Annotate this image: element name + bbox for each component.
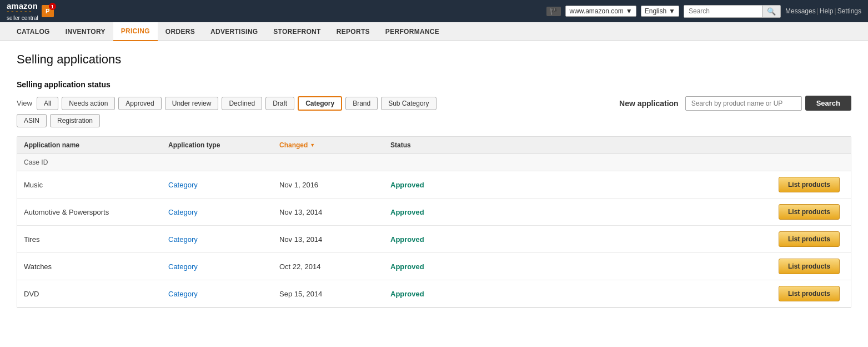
cell-status: Approved	[384, 171, 495, 199]
filter-declined[interactable]: Declined	[222, 97, 262, 110]
cell-action: List products	[495, 199, 851, 226]
cell-app-type[interactable]: Category	[162, 280, 273, 308]
settings-link[interactable]: Settings	[837, 7, 861, 15]
new-app-label: New application	[619, 99, 679, 108]
search-product-input[interactable]	[685, 96, 802, 111]
view-brand[interactable]: Brand	[345, 97, 378, 110]
top-search-button[interactable]: 🔍	[762, 6, 780, 17]
amazon-logo: amazon ⌣⌣⌣⌣⌣⌣ seller central	[7, 1, 38, 22]
cell-changed: Sep 15, 2014	[273, 280, 384, 308]
cell-changed: Nov 13, 2014	[273, 226, 384, 253]
table-subheader-row: Case ID	[17, 154, 851, 171]
logo-area: amazon ⌣⌣⌣⌣⌣⌣ seller central P 1	[7, 1, 54, 22]
flag-icon: 🏴	[546, 7, 561, 16]
cell-status: Approved	[384, 253, 495, 280]
table-header-row: Application name Application type Change…	[17, 137, 851, 154]
filter-area-row1: View All Needs action Approved Under rev…	[17, 96, 851, 111]
cell-action: List products	[495, 253, 851, 280]
section-title: Selling application status	[17, 80, 851, 89]
table-row: Music Category Nov 1, 2016 Approved List…	[17, 171, 851, 199]
cell-app-name: Watches	[17, 253, 162, 280]
col-status: Status	[384, 137, 495, 154]
cell-changed: Nov 1, 2016	[273, 171, 384, 199]
filter-under-review[interactable]: Under review	[165, 97, 219, 110]
cell-status: Approved	[384, 280, 495, 308]
badge-count: 1	[49, 3, 56, 10]
filter-approved[interactable]: Approved	[118, 97, 161, 110]
view-sub-category[interactable]: Sub Category	[381, 97, 436, 110]
list-products-button[interactable]: List products	[779, 259, 840, 274]
cell-changed: Oct 22, 2014	[273, 253, 384, 280]
filter-draft[interactable]: Draft	[265, 97, 294, 110]
cell-action: List products	[495, 280, 851, 308]
nav-performance[interactable]: PERFORMANCE	[378, 22, 447, 41]
col-changed[interactable]: Changed ▼	[273, 137, 384, 154]
messages-link[interactable]: Messages	[785, 7, 816, 15]
view-category[interactable]: Category	[298, 96, 342, 111]
top-links: Messages | Help | Settings	[785, 7, 861, 15]
language-selector[interactable]: English ▼	[641, 6, 679, 17]
col-action	[495, 137, 851, 154]
nav-bar: CATALOG INVENTORY PRICING ORDERS ADVERTI…	[0, 22, 868, 41]
nav-inventory[interactable]: INVENTORY	[58, 22, 113, 41]
cell-app-name: Automotive & Powersports	[17, 199, 162, 226]
list-products-button[interactable]: List products	[779, 231, 840, 247]
list-products-button[interactable]: List products	[779, 286, 840, 301]
nav-catalog[interactable]: CATALOG	[9, 22, 58, 41]
cell-app-name: Tires	[17, 226, 162, 253]
nav-storefront[interactable]: STOREFRONT	[265, 22, 328, 41]
cell-status: Approved	[384, 199, 495, 226]
page-content: Selling applications Selling application…	[0, 41, 868, 319]
list-products-button[interactable]: List products	[779, 177, 840, 192]
col-case-id: Case ID	[17, 154, 162, 171]
cell-action: List products	[495, 226, 851, 253]
cell-app-type[interactable]: Category	[162, 199, 273, 226]
cell-app-type[interactable]: Category	[162, 171, 273, 199]
nav-pricing[interactable]: PRICING	[113, 22, 158, 41]
cell-action: List products	[495, 171, 851, 199]
table-row: Watches Category Oct 22, 2014 Approved L…	[17, 253, 851, 280]
cell-app-name: Music	[17, 171, 162, 199]
filter-registration[interactable]: Registration	[50, 114, 100, 127]
logo-badge: P 1	[42, 5, 54, 17]
help-link[interactable]: Help	[820, 7, 834, 15]
list-products-button[interactable]: List products	[779, 204, 840, 220]
view-label: View	[17, 99, 32, 107]
filter-needs-action[interactable]: Needs action	[62, 97, 115, 110]
table-row: Automotive & Powersports Category Nov 13…	[17, 199, 851, 226]
top-search-input[interactable]	[684, 6, 762, 17]
nav-orders[interactable]: ORDERS	[158, 22, 203, 41]
col-app-name: Application name	[17, 137, 162, 154]
nav-reports[interactable]: REPORTS	[329, 22, 378, 41]
cell-app-name: DVD	[17, 280, 162, 308]
search-button[interactable]: Search	[805, 96, 851, 111]
domain-selector[interactable]: www.amazon.com ▼	[565, 6, 636, 17]
applications-table: Application name Application type Change…	[17, 136, 851, 308]
page-title: Selling applications	[17, 52, 851, 67]
table-row: Tires Category Nov 13, 2014 Approved Lis…	[17, 226, 851, 253]
cell-app-type[interactable]: Category	[162, 253, 273, 280]
col-type: Application type	[162, 137, 273, 154]
domain-chevron-icon: ▼	[626, 7, 633, 15]
cell-changed: Nov 13, 2014	[273, 199, 384, 226]
top-bar: amazon ⌣⌣⌣⌣⌣⌣ seller central P 1 🏴 www.a…	[0, 0, 868, 22]
filter-all[interactable]: All	[37, 97, 58, 110]
language-chevron-icon: ▼	[669, 7, 675, 15]
cell-app-type[interactable]: Category	[162, 226, 273, 253]
sort-icon: ▼	[310, 142, 315, 148]
filter-asin[interactable]: ASIN	[17, 114, 47, 127]
table-row: DVD Category Sep 15, 2014 Approved List …	[17, 280, 851, 308]
cell-status: Approved	[384, 226, 495, 253]
filter-area-row2: ASIN Registration	[17, 114, 851, 127]
nav-advertising[interactable]: ADVERTISING	[203, 22, 265, 41]
top-search-wrap: 🔍	[684, 5, 781, 18]
